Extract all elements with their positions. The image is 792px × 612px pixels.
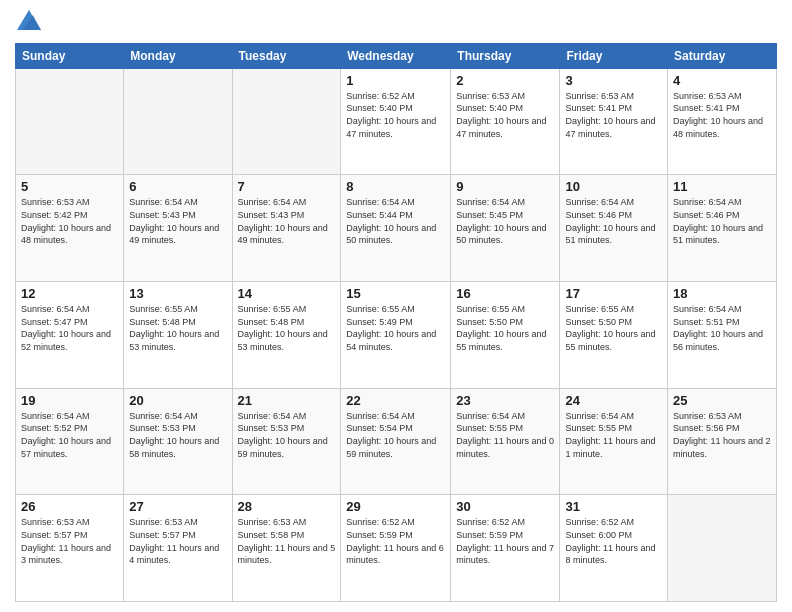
calendar-cell: 14Sunrise: 6:55 AMSunset: 5:48 PMDayligh…: [232, 282, 341, 389]
day-number: 21: [238, 393, 336, 408]
day-info: Sunrise: 6:54 AMSunset: 5:53 PMDaylight:…: [129, 410, 226, 460]
calendar-cell: 18Sunrise: 6:54 AMSunset: 5:51 PMDayligh…: [668, 282, 777, 389]
day-number: 26: [21, 499, 118, 514]
weekday-sunday: Sunday: [16, 43, 124, 68]
day-info: Sunrise: 6:54 AMSunset: 5:51 PMDaylight:…: [673, 303, 771, 353]
logo: [15, 10, 41, 35]
weekday-monday: Monday: [124, 43, 232, 68]
calendar-cell: [232, 68, 341, 175]
day-number: 17: [565, 286, 662, 301]
weekday-friday: Friday: [560, 43, 668, 68]
day-number: 23: [456, 393, 554, 408]
day-info: Sunrise: 6:52 AMSunset: 6:00 PMDaylight:…: [565, 516, 662, 566]
day-number: 5: [21, 179, 118, 194]
day-number: 18: [673, 286, 771, 301]
day-info: Sunrise: 6:54 AMSunset: 5:46 PMDaylight:…: [673, 196, 771, 246]
day-info: Sunrise: 6:55 AMSunset: 5:49 PMDaylight:…: [346, 303, 445, 353]
calendar-cell: 4Sunrise: 6:53 AMSunset: 5:41 PMDaylight…: [668, 68, 777, 175]
day-info: Sunrise: 6:55 AMSunset: 5:50 PMDaylight:…: [456, 303, 554, 353]
calendar-cell: 31Sunrise: 6:52 AMSunset: 6:00 PMDayligh…: [560, 495, 668, 602]
calendar-cell: 15Sunrise: 6:55 AMSunset: 5:49 PMDayligh…: [341, 282, 451, 389]
weekday-saturday: Saturday: [668, 43, 777, 68]
day-info: Sunrise: 6:54 AMSunset: 5:54 PMDaylight:…: [346, 410, 445, 460]
calendar-cell: 26Sunrise: 6:53 AMSunset: 5:57 PMDayligh…: [16, 495, 124, 602]
weekday-wednesday: Wednesday: [341, 43, 451, 68]
day-number: 2: [456, 73, 554, 88]
calendar-cell: [16, 68, 124, 175]
day-info: Sunrise: 6:54 AMSunset: 5:55 PMDaylight:…: [456, 410, 554, 460]
calendar-cell: 19Sunrise: 6:54 AMSunset: 5:52 PMDayligh…: [16, 388, 124, 495]
day-number: 10: [565, 179, 662, 194]
day-info: Sunrise: 6:52 AMSunset: 5:40 PMDaylight:…: [346, 90, 445, 140]
day-number: 15: [346, 286, 445, 301]
day-info: Sunrise: 6:54 AMSunset: 5:45 PMDaylight:…: [456, 196, 554, 246]
day-info: Sunrise: 6:53 AMSunset: 5:41 PMDaylight:…: [565, 90, 662, 140]
day-info: Sunrise: 6:54 AMSunset: 5:47 PMDaylight:…: [21, 303, 118, 353]
header: [15, 10, 777, 35]
weekday-header-row: SundayMondayTuesdayWednesdayThursdayFrid…: [16, 43, 777, 68]
day-info: Sunrise: 6:54 AMSunset: 5:55 PMDaylight:…: [565, 410, 662, 460]
day-number: 1: [346, 73, 445, 88]
calendar-cell: 9Sunrise: 6:54 AMSunset: 5:45 PMDaylight…: [451, 175, 560, 282]
calendar-cell: 25Sunrise: 6:53 AMSunset: 5:56 PMDayligh…: [668, 388, 777, 495]
calendar-cell: 21Sunrise: 6:54 AMSunset: 5:53 PMDayligh…: [232, 388, 341, 495]
day-info: Sunrise: 6:53 AMSunset: 5:41 PMDaylight:…: [673, 90, 771, 140]
logo-icon: [17, 10, 41, 30]
day-number: 14: [238, 286, 336, 301]
day-number: 20: [129, 393, 226, 408]
day-number: 13: [129, 286, 226, 301]
calendar-week-4: 19Sunrise: 6:54 AMSunset: 5:52 PMDayligh…: [16, 388, 777, 495]
day-number: 6: [129, 179, 226, 194]
weekday-tuesday: Tuesday: [232, 43, 341, 68]
day-info: Sunrise: 6:52 AMSunset: 5:59 PMDaylight:…: [456, 516, 554, 566]
day-number: 7: [238, 179, 336, 194]
day-info: Sunrise: 6:53 AMSunset: 5:42 PMDaylight:…: [21, 196, 118, 246]
calendar-cell: 30Sunrise: 6:52 AMSunset: 5:59 PMDayligh…: [451, 495, 560, 602]
calendar-cell: 24Sunrise: 6:54 AMSunset: 5:55 PMDayligh…: [560, 388, 668, 495]
calendar-cell: 11Sunrise: 6:54 AMSunset: 5:46 PMDayligh…: [668, 175, 777, 282]
day-number: 19: [21, 393, 118, 408]
day-number: 22: [346, 393, 445, 408]
day-info: Sunrise: 6:55 AMSunset: 5:48 PMDaylight:…: [238, 303, 336, 353]
calendar-table: SundayMondayTuesdayWednesdayThursdayFrid…: [15, 43, 777, 602]
day-number: 12: [21, 286, 118, 301]
calendar-week-5: 26Sunrise: 6:53 AMSunset: 5:57 PMDayligh…: [16, 495, 777, 602]
day-number: 16: [456, 286, 554, 301]
calendar-cell: 2Sunrise: 6:53 AMSunset: 5:40 PMDaylight…: [451, 68, 560, 175]
calendar-cell: 27Sunrise: 6:53 AMSunset: 5:57 PMDayligh…: [124, 495, 232, 602]
day-info: Sunrise: 6:53 AMSunset: 5:57 PMDaylight:…: [129, 516, 226, 566]
calendar-week-2: 5Sunrise: 6:53 AMSunset: 5:42 PMDaylight…: [16, 175, 777, 282]
day-info: Sunrise: 6:53 AMSunset: 5:57 PMDaylight:…: [21, 516, 118, 566]
day-number: 24: [565, 393, 662, 408]
day-info: Sunrise: 6:54 AMSunset: 5:46 PMDaylight:…: [565, 196, 662, 246]
calendar-cell: 5Sunrise: 6:53 AMSunset: 5:42 PMDaylight…: [16, 175, 124, 282]
calendar-cell: 22Sunrise: 6:54 AMSunset: 5:54 PMDayligh…: [341, 388, 451, 495]
calendar-cell: 28Sunrise: 6:53 AMSunset: 5:58 PMDayligh…: [232, 495, 341, 602]
calendar-cell: 8Sunrise: 6:54 AMSunset: 5:44 PMDaylight…: [341, 175, 451, 282]
day-info: Sunrise: 6:54 AMSunset: 5:43 PMDaylight:…: [129, 196, 226, 246]
day-number: 29: [346, 499, 445, 514]
calendar-cell: 29Sunrise: 6:52 AMSunset: 5:59 PMDayligh…: [341, 495, 451, 602]
day-number: 28: [238, 499, 336, 514]
day-info: Sunrise: 6:52 AMSunset: 5:59 PMDaylight:…: [346, 516, 445, 566]
day-info: Sunrise: 6:54 AMSunset: 5:44 PMDaylight:…: [346, 196, 445, 246]
calendar-cell: 16Sunrise: 6:55 AMSunset: 5:50 PMDayligh…: [451, 282, 560, 389]
calendar-week-1: 1Sunrise: 6:52 AMSunset: 5:40 PMDaylight…: [16, 68, 777, 175]
calendar-cell: 17Sunrise: 6:55 AMSunset: 5:50 PMDayligh…: [560, 282, 668, 389]
day-info: Sunrise: 6:54 AMSunset: 5:52 PMDaylight:…: [21, 410, 118, 460]
page: SundayMondayTuesdayWednesdayThursdayFrid…: [0, 0, 792, 612]
day-info: Sunrise: 6:54 AMSunset: 5:53 PMDaylight:…: [238, 410, 336, 460]
calendar-cell: 23Sunrise: 6:54 AMSunset: 5:55 PMDayligh…: [451, 388, 560, 495]
day-info: Sunrise: 6:55 AMSunset: 5:50 PMDaylight:…: [565, 303, 662, 353]
day-number: 3: [565, 73, 662, 88]
calendar-cell: 13Sunrise: 6:55 AMSunset: 5:48 PMDayligh…: [124, 282, 232, 389]
calendar-cell: [668, 495, 777, 602]
day-info: Sunrise: 6:53 AMSunset: 5:40 PMDaylight:…: [456, 90, 554, 140]
calendar-cell: 12Sunrise: 6:54 AMSunset: 5:47 PMDayligh…: [16, 282, 124, 389]
day-number: 25: [673, 393, 771, 408]
calendar-cell: 6Sunrise: 6:54 AMSunset: 5:43 PMDaylight…: [124, 175, 232, 282]
weekday-thursday: Thursday: [451, 43, 560, 68]
calendar-cell: 3Sunrise: 6:53 AMSunset: 5:41 PMDaylight…: [560, 68, 668, 175]
day-number: 31: [565, 499, 662, 514]
calendar-cell: 10Sunrise: 6:54 AMSunset: 5:46 PMDayligh…: [560, 175, 668, 282]
